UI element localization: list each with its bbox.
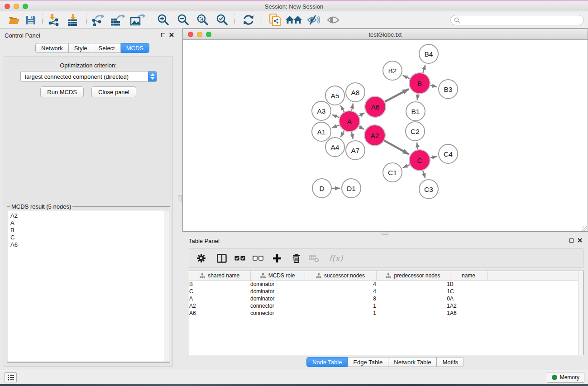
export-network-icon[interactable] — [90, 11, 106, 29]
node-label-B1: B1 — [411, 108, 420, 115]
list-item[interactable]: B — [8, 227, 169, 234]
list-scrollbar[interactable] — [164, 210, 169, 362]
home-icon[interactable] — [285, 11, 303, 29]
column-header-shared-name[interactable]: shared name — [189, 271, 250, 281]
node-label-A3: A3 — [317, 107, 326, 115]
open-session-icon[interactable] — [7, 11, 21, 29]
run-mcds-button[interactable]: Run MCDS — [40, 86, 84, 97]
node-label-B4: B4 — [425, 50, 433, 58]
function-builder-icon[interactable]: f(x) — [323, 248, 349, 268]
tab-network-table[interactable]: Network Table — [388, 357, 437, 367]
search-input[interactable] — [450, 15, 584, 25]
delete-table-icon[interactable] — [305, 248, 323, 268]
edge-A-A1[interactable] — [332, 125, 339, 128]
zoom-out-icon[interactable] — [175, 11, 191, 29]
toolbar-separator — [150, 14, 150, 26]
window-resize-grip[interactable] — [582, 226, 587, 231]
zoom-fit-icon[interactable] — [195, 11, 211, 29]
refresh-icon[interactable] — [240, 11, 257, 29]
edge-B-B4[interactable] — [423, 65, 425, 73]
node-label-A7: A7 — [351, 147, 360, 154]
splitter-grip-vertical[interactable] — [178, 195, 182, 202]
column-header-successor-nodes[interactable]: successor nodes — [305, 271, 376, 281]
import-table-icon[interactable] — [65, 11, 81, 29]
edge-A-A3[interactable] — [332, 115, 339, 118]
show-details-icon[interactable] — [325, 11, 341, 29]
edge-C-C4[interactable] — [430, 156, 437, 157]
search-icon — [454, 17, 460, 24]
zoom-in-icon[interactable] — [155, 11, 172, 29]
save-session-icon[interactable] — [24, 11, 37, 29]
close-panel-icon[interactable] — [578, 238, 582, 243]
network-window-titlebar[interactable]: testGlobe.txt — [183, 29, 588, 40]
export-table-icon[interactable] — [109, 11, 127, 29]
table-row[interactable]: Adominator80A — [189, 295, 579, 302]
export-image-icon[interactable] — [129, 11, 147, 29]
edge-B-B1[interactable] — [417, 94, 418, 100]
table-scrollbar[interactable] — [578, 271, 583, 355]
memory-button[interactable]: Memory — [547, 372, 584, 383]
edge-C-C3[interactable] — [423, 171, 425, 178]
hide-details-icon[interactable] — [305, 11, 321, 29]
mcds-result-title: MCDS result (5 nodes) — [10, 203, 72, 210]
column-header-predecessor-nodes[interactable]: predecessor nodes — [376, 271, 450, 281]
import-network-icon[interactable] — [47, 11, 61, 29]
tab-mcds[interactable]: MCDS — [121, 43, 149, 53]
edge-A2-C[interactable] — [384, 141, 409, 154]
list-item[interactable]: A6 — [8, 241, 169, 248]
column-header-name[interactable]: name — [450, 271, 487, 281]
edge-C-C2[interactable] — [417, 143, 418, 150]
edge-A-A7[interactable] — [352, 132, 353, 139]
tab-node-table[interactable]: Node Table — [306, 357, 348, 367]
criterion-dropdown[interactable]: largest connected component (directed) — [20, 71, 157, 82]
table-row[interactable]: A6connector11A6 — [189, 310, 579, 317]
edge-B-B2[interactable] — [403, 76, 410, 79]
table-row[interactable]: Cdominator41C — [189, 288, 579, 295]
copy-network-icon[interactable] — [267, 11, 283, 29]
column-header-MCDS-role[interactable]: MCDS role — [250, 271, 305, 281]
edge-A-A8[interactable] — [352, 103, 353, 110]
list-item[interactable]: A2 — [8, 212, 169, 219]
node-label-A2: A2 — [371, 132, 379, 139]
column-browser-icon[interactable] — [213, 248, 231, 268]
tab-style[interactable]: Style — [69, 43, 93, 53]
node-label-B3: B3 — [444, 86, 453, 93]
splitter-grip-horizontal[interactable] — [382, 232, 388, 235]
mcds-result-list[interactable]: A2ABCA6 — [8, 210, 169, 362]
zoom-selected-icon[interactable] — [214, 11, 230, 29]
edge-A-A6[interactable] — [359, 113, 365, 116]
main-toolbar — [0, 11, 588, 29]
tab-motifs[interactable]: Motifs — [437, 357, 464, 367]
tab-network[interactable]: Network — [35, 43, 69, 53]
tab-edge-table[interactable]: Edge Table — [348, 357, 388, 367]
select-all-icon[interactable] — [231, 248, 249, 268]
edge-C-C1[interactable] — [403, 165, 410, 168]
node-table[interactable]: shared nameMCDS rolesuccessor nodesprede… — [189, 271, 584, 355]
task-history-button[interactable] — [5, 372, 17, 382]
edge-A-A4[interactable] — [340, 131, 344, 137]
network-view-window[interactable]: testGlobe.txt B4B2BB3A8A5A6B1A3AA1C2A2A4… — [182, 29, 588, 232]
float-panel-icon[interactable] — [161, 33, 165, 37]
edge-A-A2[interactable] — [359, 127, 364, 129]
add-column-icon[interactable] — [267, 248, 287, 268]
edge-A6-B[interactable] — [385, 89, 409, 102]
network-canvas[interactable]: B4B2BB3A8A5A6B1A3AA1C2A2A4A7C4CC1DD1C3 — [183, 40, 588, 231]
edge-A-A5[interactable] — [340, 105, 344, 112]
toolbar-separator — [42, 14, 43, 26]
list-item[interactable]: C — [8, 234, 169, 241]
delete-column-icon[interactable] — [287, 248, 305, 268]
main-titlebar[interactable]: Session: New Session — [0, 1, 588, 11]
edge-B-B3[interactable] — [430, 86, 437, 87]
node-label-A1: A1 — [317, 128, 326, 136]
close-panel-icon[interactable] — [169, 33, 174, 37]
deselect-all-icon[interactable] — [249, 248, 267, 268]
table-row[interactable]: Bdominator41B — [189, 281, 579, 288]
close-panel-button[interactable]: Close panel — [91, 86, 136, 97]
node-label-C2: C2 — [411, 128, 420, 135]
table-row[interactable]: A2connector11A2 — [189, 302, 579, 310]
tab-select[interactable]: Select — [93, 43, 121, 53]
list-item[interactable]: A — [8, 219, 169, 227]
float-panel-icon[interactable] — [569, 238, 574, 243]
settings-gear-icon[interactable] — [189, 248, 213, 268]
mcds-result-group: MCDS result (5 nodes) A2ABCA6 — [7, 206, 170, 363]
